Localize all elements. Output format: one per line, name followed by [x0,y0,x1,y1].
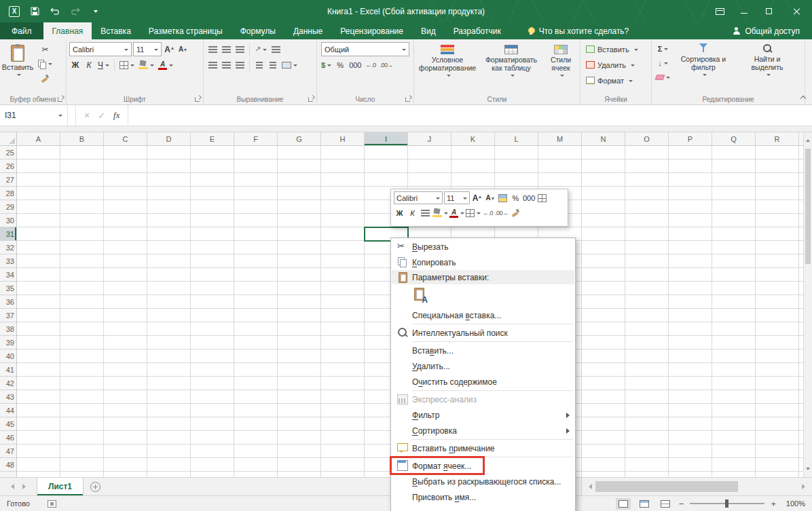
row-header-47[interactable]: 47 [0,444,16,458]
row-header-46[interactable]: 46 [0,431,16,444]
tell-me-box[interactable]: Что вы хотите сделать? [528,22,629,39]
mini-table-button[interactable] [536,191,548,204]
name-box[interactable]: I31 [0,105,68,126]
undo-button[interactable] [47,3,63,20]
mini-font-name-select[interactable]: Calibri [394,191,443,204]
number-format-select[interactable]: Общий [321,42,409,56]
prev-sheet-icon[interactable] [8,484,14,489]
mini-painter-button[interactable] [510,206,521,219]
ribbon-tab-Формулы[interactable]: Формулы [232,22,284,39]
row-header-41[interactable]: 41 [0,363,16,377]
row-header-37[interactable]: 37 [0,309,16,322]
menu-item-Вставить примечание[interactable]: Вставить примечание [392,440,574,456]
sheet-tab[interactable]: Лист1 [37,478,84,495]
wrap-text-button[interactable] [270,43,282,56]
mini-increase-font-button[interactable]: А [471,191,483,204]
menu-item-Очистить содержимое[interactable]: Очистить содержимое [392,374,574,390]
conditional-formatting-button[interactable]: Условное форматирование [416,43,479,77]
ribbon-tab-Файл[interactable]: Файл [0,22,43,39]
zoom-slider[interactable] [690,503,764,504]
menu-item-Интеллектуальный поиск[interactable]: Интеллектуальный поиск [392,325,574,341]
cell-styles-button[interactable]: Стили ячеек [543,43,578,77]
clear-button[interactable] [654,71,671,84]
ribbon-tab-Вид[interactable]: Вид [412,22,445,39]
font-color-button[interactable] [157,58,174,72]
vertical-scrollbar[interactable] [803,132,812,477]
mini-font-color-button[interactable] [449,206,464,219]
menu-item-Присвоить имя...[interactable]: Присвоить имя... [392,489,574,505]
menu-item-Формат ячеек...[interactable]: Формат ячеек... [392,458,574,474]
align-middle-button[interactable] [220,43,232,56]
menu-item-Удалить...[interactable]: Удалить... [392,358,574,374]
mini-format-painter-button[interactable] [497,191,509,204]
decrease-decimal-button[interactable]: .00→ [379,58,395,72]
row-header-48[interactable]: 48 [0,458,16,472]
fill-button[interactable]: ↓ [654,56,671,70]
format-as-table-button[interactable]: Форматировать как таблицу [479,43,543,77]
zoom-in-button[interactable]: + [771,499,776,509]
paste-button[interactable]: Вставить [1,43,34,85]
mini-increase-decimal-button[interactable]: ←.0 [482,206,494,219]
decrease-font-size-button[interactable]: А [177,43,189,56]
row-header-35[interactable]: 35 [0,282,16,295]
ribbon-tab-Разработчик[interactable]: Разработчик [445,22,510,39]
row-header-42[interactable]: 42 [0,377,16,390]
column-header-B[interactable]: B [60,132,104,145]
ribbon-tab-Главная[interactable]: Главная [43,22,92,39]
increase-font-size-button[interactable]: А [163,43,175,56]
decrease-indent-button[interactable] [253,58,265,72]
excel-app-icon[interactable]: X [6,3,22,20]
ribbon-tab-Рецензирование[interactable]: Рецензирование [331,22,412,39]
column-header-P[interactable]: P [669,132,712,145]
cancel-entry-icon[interactable]: × [84,110,90,121]
menu-item-Вставить...[interactable]: Вставить... [392,343,574,358]
mini-align-center-button[interactable] [420,206,431,219]
mini-comma-button[interactable]: 000 [523,191,535,204]
macro-record-icon[interactable] [48,500,56,508]
paste-keep-formatting-button[interactable]: A [413,287,428,305]
share-button[interactable]: Общий доступ [733,22,812,39]
collapse-ribbon-button[interactable] [800,94,807,100]
page-layout-view-button[interactable] [637,498,652,510]
sort-filter-button[interactable]: Сортировка и фильтр [671,41,735,77]
scroll-right-icon[interactable] [802,484,808,489]
mini-bold-button[interactable]: Ж [394,206,405,219]
select-all-corner[interactable] [0,132,17,146]
column-header-E[interactable]: E [191,132,234,145]
menu-item-Специальная вставка...[interactable]: Специальная вставка... [392,307,574,323]
alignment-dialog-launcher[interactable] [308,96,314,102]
column-header-M[interactable]: M [538,132,582,145]
save-button[interactable] [26,3,43,20]
find-select-button[interactable]: Найти и выделить [735,41,799,77]
align-top-button[interactable] [206,43,219,56]
minimize-button[interactable] [732,0,756,22]
menu-item-Сортировка[interactable]: Сортировка [392,423,574,438]
column-header-D[interactable]: D [147,132,191,145]
row-header-39[interactable]: 39 [0,336,16,349]
zoom-slider-thumb[interactable] [725,499,728,508]
scroll-down-icon[interactable] [806,468,810,472]
mini-font-size-select[interactable]: 11 [444,191,470,204]
row-header-30[interactable]: 30 [0,214,16,227]
row-header-29[interactable]: 29 [0,200,16,214]
font-size-select[interactable]: 11 [133,42,162,56]
underline-button[interactable]: Ч [96,58,111,72]
mini-borders-button[interactable] [466,206,481,219]
column-header-I[interactable]: I [365,132,408,145]
row-header-44[interactable]: 44 [0,404,16,417]
percent-style-button[interactable]: % [334,58,346,72]
font-name-select[interactable]: Calibri [69,42,132,56]
redo-button[interactable] [67,3,84,20]
paste-options-row[interactable]: A [392,284,574,307]
comma-style-button[interactable]: 000 [348,58,363,72]
column-header-O[interactable]: O [625,132,669,145]
menu-item-Фильтр[interactable]: Фильтр [392,407,574,423]
row-header-34[interactable]: 34 [0,268,16,282]
row-header-45[interactable]: 45 [0,417,16,431]
copy-button[interactable] [37,57,54,71]
accounting-format-button[interactable]: $ [320,58,333,72]
formula-input[interactable] [128,105,812,126]
zoom-level[interactable]: 100% [782,499,805,508]
column-header-A[interactable]: A [17,132,60,145]
column-header-N[interactable]: N [582,132,625,145]
